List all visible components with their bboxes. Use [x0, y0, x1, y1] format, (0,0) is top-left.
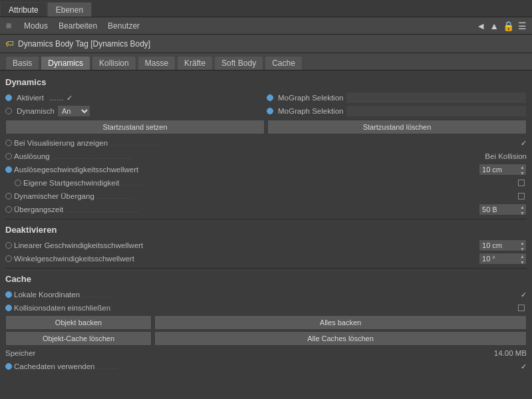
- linearer-field: ▲ ▼: [479, 239, 527, 251]
- aktiviert-check: ✓: [66, 94, 72, 102]
- aktiviert-radio[interactable]: [5, 94, 12, 101]
- eigene-radio[interactable]: [15, 180, 21, 186]
- title-text: Dynamics Body Tag [Dynamics Body]: [18, 39, 150, 49]
- spinner-down2[interactable]: ▼: [519, 210, 526, 216]
- speicher-value: 14.00 MB: [494, 349, 527, 357]
- mograph1-label: MoGraph Selektion: [278, 94, 343, 102]
- kollisionsdaten-row: Kollisionsdaten einschließen: [5, 301, 527, 315]
- divider-2: [5, 268, 527, 269]
- uebergangszeit-spinner[interactable]: ▲ ▼: [519, 203, 527, 215]
- startzustand-loeschen-button[interactable]: Startzustand löschen: [267, 120, 527, 134]
- top-tab-attribute[interactable]: Attribute: [0, 2, 47, 17]
- uebergangszeit-label: Übergangszeit: [14, 205, 63, 213]
- ausloesegeschwindigkeit-field: ▲ ▼: [479, 164, 527, 176]
- menu-modus[interactable]: Modus: [19, 19, 53, 33]
- arrow-left-icon[interactable]: ◄: [476, 21, 485, 31]
- kollisionsdaten-checkbox[interactable]: [518, 305, 525, 311]
- dynamisch-select[interactable]: An Aus: [57, 105, 90, 117]
- eigene-startgeschwindigkeit-row: Eigene Startgeschwindigkeit ………: [5, 176, 527, 190]
- bei-visualisierung-radio[interactable]: [5, 140, 12, 146]
- dynamisch-radio[interactable]: [5, 108, 12, 114]
- mograph1-radio[interactable]: [267, 94, 273, 101]
- spinner-down3[interactable]: ▼: [519, 246, 526, 252]
- spinner-up2[interactable]: ▲: [519, 204, 526, 210]
- lokale-radio[interactable]: [5, 291, 12, 298]
- alle-caches-loeschen-button[interactable]: Alle Caches löschen: [154, 331, 527, 346]
- title-bar: 🏷 Dynamics Body Tag [Dynamics Body]: [0, 35, 532, 53]
- ausloesung-radio[interactable]: [5, 153, 12, 160]
- arrow-up-icon[interactable]: ▲: [489, 21, 499, 31]
- sub-tab-masse[interactable]: Masse: [138, 56, 176, 70]
- objekt-cache-loeschen-button[interactable]: Objekt-Cache löschen: [5, 331, 152, 346]
- spinner-up[interactable]: ▲: [519, 164, 526, 170]
- lock-icon[interactable]: 🔒: [503, 21, 514, 31]
- sub-tab-dynamics[interactable]: Dynamics: [41, 56, 90, 70]
- dynamics-header: Dynamics: [5, 74, 527, 88]
- main-content: Dynamics Aktiviert …… ✓ MoGraph Selektio…: [0, 70, 532, 399]
- kollisionsdaten-radio[interactable]: [5, 305, 12, 311]
- ausloesung-row: Auslösung …………………………… Bei Kollision: [5, 150, 527, 163]
- sub-tab-kraefte[interactable]: Kräfte: [177, 56, 213, 70]
- sub-tab-basis[interactable]: Basis: [5, 56, 39, 70]
- linearer-input[interactable]: [479, 239, 519, 251]
- uebergangszeit-field: ▲ ▼: [479, 203, 527, 215]
- winkel-spinner[interactable]: ▲ ▼: [519, 253, 527, 265]
- ausloesung-label: Auslösung: [14, 152, 50, 160]
- uebergangszeit-input[interactable]: [479, 203, 519, 215]
- bei-visualisierung-check: ✓: [521, 139, 527, 148]
- sub-tab-kollision[interactable]: Kollision: [92, 56, 136, 70]
- spinner-down[interactable]: ▼: [519, 170, 526, 176]
- mograph2-label: MoGraph Selektion: [278, 107, 343, 115]
- menu-benutzer[interactable]: Benutzer: [102, 19, 145, 33]
- ausloesegeschwindigkeit-input[interactable]: [479, 164, 519, 176]
- menu-icon[interactable]: ☰: [518, 21, 527, 31]
- uebergangszeit-row: Übergangszeit ………………………… ▲ ▼: [5, 203, 527, 216]
- speicher-row: Speicher 14.00 MB: [5, 346, 527, 360]
- ausloesung-value: Bei Kollision: [485, 152, 527, 160]
- sub-tab-softbody[interactable]: Soft Body: [214, 56, 263, 70]
- ausloesegeschwindigkeit-spinner[interactable]: ▲ ▼: [519, 164, 527, 176]
- lokale-check: ✓: [521, 291, 527, 299]
- winkel-field: ▲ ▼: [479, 253, 527, 265]
- linearer-spinner[interactable]: ▲ ▼: [519, 239, 527, 251]
- linearer-label: Linearer Geschwindigkeitsschwellwert: [14, 241, 143, 249]
- objekt-backen-button[interactable]: Objekt backen: [5, 315, 152, 330]
- aktiviert-label: Aktiviert: [17, 94, 44, 102]
- cachedaten-label: Cachedaten verwenden: [14, 362, 94, 370]
- kollisionsdaten-label: Kollisionsdaten einschließen: [14, 304, 110, 312]
- spinner-down4[interactable]: ▼: [519, 259, 526, 265]
- deaktivieren-header: Deaktivieren: [5, 222, 527, 236]
- tag-icon: 🏷: [5, 39, 14, 49]
- bei-visualisierung-row: Bei Visualisierung anzeigen ………………… ✓: [5, 136, 527, 150]
- mograph2-radio[interactable]: [267, 108, 273, 114]
- eigene-label: Eigene Startgeschwindigkeit: [23, 179, 119, 187]
- sub-tab-cache[interactable]: Cache: [265, 56, 303, 70]
- dynamischer-radio[interactable]: [5, 193, 12, 200]
- lokale-label: Lokale Koordinaten: [14, 291, 80, 299]
- top-tab-ebenen[interactable]: Ebenen: [47, 2, 92, 17]
- winkel-radio[interactable]: [5, 255, 12, 262]
- cache-header: Cache: [5, 271, 527, 285]
- dynamischer-label: Dynamischer Übergang: [14, 192, 94, 200]
- loeschen-row: Objekt-Cache löschen Alle Caches löschen: [5, 331, 527, 346]
- linearer-radio[interactable]: [5, 242, 12, 249]
- mograph2-input[interactable]: [346, 105, 527, 117]
- dynamischer-checkbox[interactable]: [518, 193, 525, 200]
- divider-1: [5, 219, 527, 219]
- backen-row: Objekt backen Alles backen: [5, 315, 527, 331]
- startzustand-row: Startzustand setzen Startzustand löschen: [5, 120, 527, 134]
- ausloesegeschwindigkeit-radio[interactable]: [5, 166, 12, 173]
- alles-backen-button[interactable]: Alles backen: [154, 315, 527, 330]
- spinner-up4[interactable]: ▲: [519, 253, 526, 259]
- speicher-label: Speicher: [5, 349, 35, 357]
- mograph1-input[interactable]: [346, 92, 527, 104]
- winkel-row: Winkelgeschwindigkeitsschwellwert ▲ ▼: [5, 252, 527, 265]
- menu-bearbeiten[interactable]: Bearbeiten: [53, 19, 102, 33]
- winkel-input[interactable]: [479, 253, 519, 265]
- spinner-up3[interactable]: ▲: [519, 240, 526, 246]
- uebergangszeit-radio[interactable]: [5, 206, 12, 213]
- startzustand-setzen-button[interactable]: Startzustand setzen: [5, 120, 265, 134]
- eigene-checkbox[interactable]: [518, 180, 525, 186]
- dynamisch-row: Dynamisch An Aus MoGraph Selektion: [5, 104, 527, 118]
- cachedaten-radio[interactable]: [5, 363, 12, 370]
